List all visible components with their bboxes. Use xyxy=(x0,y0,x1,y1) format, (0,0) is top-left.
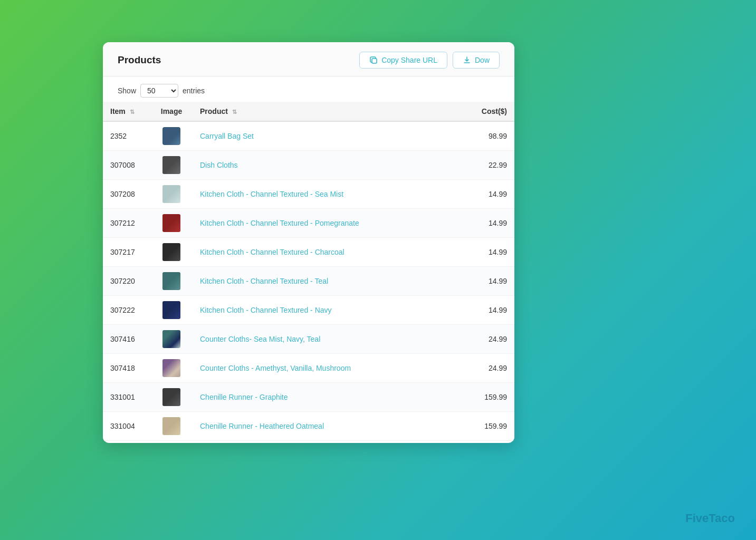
cell-image xyxy=(150,151,193,180)
cell-product: Counter Cloths- Sea Mist, Navy, Teal xyxy=(193,325,467,354)
col-header-item[interactable]: Item ⇅ xyxy=(103,102,150,121)
cell-cost: 22.99 xyxy=(467,151,514,180)
cell-cost: 159.99 xyxy=(467,412,514,441)
cell-image xyxy=(150,325,193,354)
cell-item: 307217 xyxy=(103,238,150,267)
table-row: 307416Counter Cloths- Sea Mist, Navy, Te… xyxy=(103,325,514,354)
product-link[interactable]: Carryall Bag Set xyxy=(200,132,254,140)
sort-icon-product: ⇅ xyxy=(232,109,237,115)
table-row: 307222Kitchen Cloth - Channel Textured -… xyxy=(103,296,514,325)
cell-cost: 24.99 xyxy=(467,325,514,354)
table-row: 2352Carryall Bag Set98.99 xyxy=(103,121,514,151)
sort-icon-item: ⇅ xyxy=(130,109,135,115)
cell-item: 307212 xyxy=(103,209,150,238)
product-link[interactable]: Kitchen Cloth - Channel Textured - Charc… xyxy=(200,248,344,256)
product-link[interactable]: Chenille Runner - Heathered Oatmeal xyxy=(200,422,324,430)
cell-product: Kitchen Cloth - Channel Textured - Teal xyxy=(193,267,467,296)
cell-product: Chenille Runner - Graphite xyxy=(193,383,467,412)
cell-product: Chenille Runner - Heathered Oatmeal xyxy=(193,412,467,441)
cell-cost: 159.99 xyxy=(467,383,514,412)
product-link[interactable]: Chenille Runner - Graphite xyxy=(200,393,288,401)
product-image xyxy=(162,156,180,174)
product-image xyxy=(162,185,180,203)
table-row: 307212Kitchen Cloth - Channel Textured -… xyxy=(103,209,514,238)
table-row: 307418Counter Cloths - Amethyst, Vanilla… xyxy=(103,354,514,383)
cell-cost: 14.99 xyxy=(467,238,514,267)
fivetaco-brand: FiveTaco xyxy=(685,512,735,525)
brand-second: Taco xyxy=(709,512,735,525)
cell-item: 2352 xyxy=(103,121,150,151)
copy-share-url-button[interactable]: Copy Share URL xyxy=(359,52,447,69)
cell-product: Counter Cloths - Amethyst, Vanilla, Mush… xyxy=(193,354,467,383)
table-row: 307217Kitchen Cloth - Channel Textured -… xyxy=(103,238,514,267)
cell-product: Kitchen Cloth - Channel Textured - Pomeg… xyxy=(193,209,467,238)
product-link[interactable]: Kitchen Cloth - Channel Textured - Sea M… xyxy=(200,190,343,198)
download-button[interactable]: Dow xyxy=(453,52,500,69)
cell-item: 307416 xyxy=(103,325,150,354)
product-image xyxy=(162,243,180,261)
brand-first: Five xyxy=(685,512,709,525)
product-link[interactable]: Kitchen Cloth - Channel Textured - Navy xyxy=(200,306,332,314)
product-image xyxy=(162,214,180,232)
cell-product: Carryall Bag Set xyxy=(193,121,467,151)
svg-rect-1 xyxy=(372,59,377,63)
table-row: 307008Dish Cloths22.99 xyxy=(103,151,514,180)
product-image xyxy=(162,330,180,348)
product-link[interactable]: Counter Cloths - Amethyst, Vanilla, Mush… xyxy=(200,364,351,372)
table-row: 331001Chenille Runner - Graphite159.99 xyxy=(103,383,514,412)
cell-cost: 14.99 xyxy=(467,296,514,325)
page-title: Products xyxy=(118,54,161,66)
cell-image xyxy=(150,354,193,383)
cell-item: 307008 xyxy=(103,151,150,180)
product-image xyxy=(162,301,180,319)
card-header: Products Copy Share URL Dow xyxy=(103,42,514,76)
cell-item: 307222 xyxy=(103,296,150,325)
show-label: Show xyxy=(118,86,136,95)
entries-label: entries xyxy=(183,86,205,95)
cell-cost: 98.99 xyxy=(467,121,514,151)
entries-control: Show 10 25 50 100 entries xyxy=(103,76,514,102)
col-header-product[interactable]: Product ⇅ xyxy=(193,102,467,121)
product-image xyxy=(162,388,180,406)
cell-product: Kitchen Cloth - Channel Textured - Charc… xyxy=(193,238,467,267)
cell-image xyxy=(150,267,193,296)
table-header-row: Item ⇅ Image Product ⇅ Cost($) xyxy=(103,102,514,121)
cell-item: 307220 xyxy=(103,267,150,296)
product-image xyxy=(162,417,180,435)
header-buttons: Copy Share URL Dow xyxy=(359,52,500,69)
table-row: 307208Kitchen Cloth - Channel Textured -… xyxy=(103,180,514,209)
product-link[interactable]: Counter Cloths- Sea Mist, Navy, Teal xyxy=(200,335,320,343)
product-link[interactable]: Dish Cloths xyxy=(200,161,238,169)
product-image xyxy=(162,359,180,377)
cell-image xyxy=(150,180,193,209)
cell-product: Kitchen Cloth - Channel Textured - Navy xyxy=(193,296,467,325)
cell-cost: 14.99 xyxy=(467,180,514,209)
product-image xyxy=(162,272,180,290)
cell-product: Kitchen Cloth - Channel Textured - Sea M… xyxy=(193,180,467,209)
cell-product: Dish Cloths xyxy=(193,151,467,180)
download-icon xyxy=(463,56,471,64)
cell-item: 331004 xyxy=(103,412,150,441)
cell-cost: 24.99 xyxy=(467,354,514,383)
cell-image xyxy=(150,383,193,412)
cell-image xyxy=(150,209,193,238)
table-row: 307220Kitchen Cloth - Channel Textured -… xyxy=(103,267,514,296)
cell-image xyxy=(150,412,193,441)
product-image xyxy=(162,127,180,145)
product-link[interactable]: Kitchen Cloth - Channel Textured - Teal xyxy=(200,277,328,285)
cell-cost: 14.99 xyxy=(467,267,514,296)
cell-cost: 14.99 xyxy=(467,209,514,238)
col-header-cost: Cost($) xyxy=(467,102,514,121)
cell-item: 331001 xyxy=(103,383,150,412)
cell-image xyxy=(150,121,193,151)
cell-item: 307418 xyxy=(103,354,150,383)
cell-image xyxy=(150,238,193,267)
cell-item: 307208 xyxy=(103,180,150,209)
table-row: 331004Chenille Runner - Heathered Oatmea… xyxy=(103,412,514,441)
product-link[interactable]: Kitchen Cloth - Channel Textured - Pomeg… xyxy=(200,219,359,227)
main-card: Products Copy Share URL Dow Show 10 25 5… xyxy=(103,42,514,443)
share-icon xyxy=(369,56,378,64)
col-header-image: Image xyxy=(150,102,193,121)
entries-select[interactable]: 10 25 50 100 xyxy=(140,84,178,98)
products-table: Item ⇅ Image Product ⇅ Cost($) 2352Carry… xyxy=(103,102,514,441)
